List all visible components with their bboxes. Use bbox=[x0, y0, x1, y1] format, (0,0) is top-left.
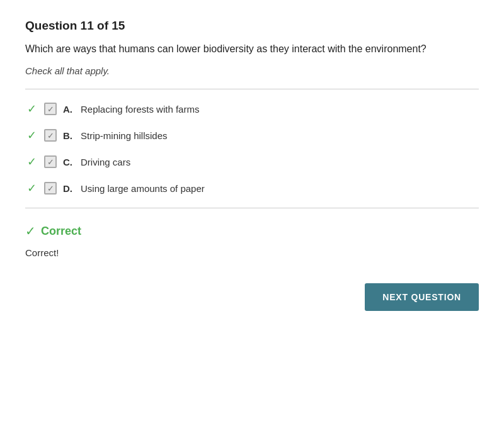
correct-check-icon-d: ✓ bbox=[25, 181, 38, 195]
options-list: ✓ A. Replacing forests with farms ✓ B. S… bbox=[25, 102, 479, 195]
option-item-c: ✓ C. Driving cars bbox=[25, 155, 479, 169]
checkbox-c[interactable] bbox=[44, 155, 57, 168]
option-item-b: ✓ B. Strip-mining hillsides bbox=[25, 128, 479, 142]
question-counter: Question 11 of 15 bbox=[25, 19, 479, 33]
result-section: ✓ Correct Correct! bbox=[25, 223, 479, 258]
option-letter-d: D. bbox=[63, 183, 74, 194]
checkbox-d[interactable] bbox=[44, 182, 57, 194]
correct-check-icon-a: ✓ bbox=[25, 102, 38, 116]
option-text-a: Replacing forests with farms bbox=[81, 104, 199, 115]
instruction-text: Check all that apply. bbox=[25, 65, 479, 76]
next-button-container: NEXT QUESTION bbox=[25, 283, 479, 311]
option-letter-c: C. bbox=[63, 157, 74, 167]
checkbox-b[interactable] bbox=[44, 129, 57, 142]
divider-bottom bbox=[25, 208, 479, 208]
result-message: Correct! bbox=[25, 247, 479, 258]
option-item-d: ✓ D. Using large amounts of paper bbox=[25, 181, 479, 195]
option-text-b: Strip-mining hillsides bbox=[81, 130, 168, 141]
next-question-button[interactable]: NEXT QUESTION bbox=[365, 283, 479, 311]
result-status-text: Correct bbox=[41, 225, 81, 238]
checkbox-a[interactable] bbox=[44, 103, 57, 115]
correct-label: ✓ Correct bbox=[25, 223, 479, 239]
option-letter-b: B. bbox=[63, 130, 74, 141]
question-text: Which are ways that humans can lower bio… bbox=[25, 42, 479, 57]
option-text-c: Driving cars bbox=[81, 157, 130, 167]
divider-top bbox=[25, 89, 479, 89]
quiz-card: Question 11 of 15 Which are ways that hu… bbox=[0, 0, 504, 445]
option-letter-a: A. bbox=[63, 104, 74, 115]
correct-check-icon-b: ✓ bbox=[25, 128, 38, 142]
result-checkmark-icon: ✓ bbox=[25, 223, 36, 239]
option-item-a: ✓ A. Replacing forests with farms bbox=[25, 102, 479, 116]
option-text-d: Using large amounts of paper bbox=[81, 183, 205, 194]
correct-check-icon-c: ✓ bbox=[25, 155, 38, 169]
